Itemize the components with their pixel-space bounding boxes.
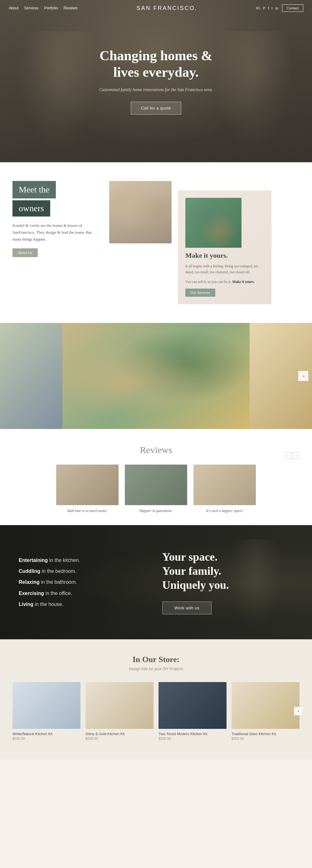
review-caption-3: It's such a happier space!: [193, 509, 256, 513]
store-grid: White/Natural Kitchen Kit $250.00 Shiny …: [12, 682, 300, 740]
twitter-icon[interactable]: t: [272, 6, 273, 10]
portfolio-next-button[interactable]: →: [298, 371, 308, 381]
reviews-nav: ‹ ›: [285, 452, 300, 459]
nav-link-reviews[interactable]: Reviews: [63, 6, 77, 10]
hero-section: Changing homes & lives everyday. Customi…: [0, 0, 312, 162]
portfolio-img-1: [0, 323, 62, 429]
reviews-section: Reviews ‹ › Bath time is so much easier.…: [0, 429, 312, 525]
store-item-name-2: Shiny & Gold Kitchen Kit: [86, 732, 154, 736]
store-item-4[interactable]: Traditional Glam Kitchen Kit $250.00: [231, 682, 300, 740]
about-left: Meet the owners Kendyl & Leslie are the …: [12, 181, 100, 257]
store-item-price-2: $250.00: [86, 737, 154, 740]
reviews-grid: ‹ › Bath time is so much easier. Happier…: [12, 465, 300, 513]
about-us-button[interactable]: About Us: [12, 248, 38, 257]
linkedin-icon[interactable]: in: [275, 6, 278, 10]
make-yours-container: Make it yours. It all begins with a feel…: [178, 190, 272, 304]
meet-heading: Meet the: [12, 181, 56, 198]
facebook-icon[interactable]: f: [268, 6, 269, 10]
about-content-row: Make it yours. It all begins with a feel…: [109, 181, 300, 304]
reviews-title: Reviews: [12, 444, 300, 455]
portfolio-section: →: [0, 323, 312, 429]
cta-line-3: Relaxing in the bathroom.: [19, 577, 150, 588]
review-item-1: Bath time is so much easier.: [56, 465, 119, 513]
store-item-name-3: Two-Toned Modern Kitchen Kit: [158, 732, 226, 736]
cta-right: Your space. Your family. Uniquely you. W…: [162, 550, 293, 614]
store-image-3: [158, 682, 226, 729]
hero-headline: Changing homes & lives everyday.: [99, 48, 213, 81]
portfolio-img-2: [62, 323, 250, 429]
nav-link-services[interactable]: Services: [24, 6, 38, 10]
make-yours-photo: [185, 198, 242, 248]
store-image-2: [86, 682, 154, 729]
make-yours-para2: You can sell it, or you can fix it. Make…: [185, 279, 264, 285]
hero-subtext: Customized family home renovations for t…: [99, 86, 213, 93]
review-image-2: [125, 465, 187, 505]
work-with-us-button[interactable]: Work with us: [162, 601, 212, 614]
review-caption-1: Bath time is so much easier.: [56, 509, 119, 513]
make-yours-para1: It all begins with a feeling. Being too …: [185, 264, 264, 275]
store-next-button[interactable]: ›: [294, 707, 303, 715]
pinterest-icon[interactable]: P: [263, 6, 265, 10]
cta-left: Entertaining in the kitchen. Cuddling in…: [19, 555, 150, 610]
about-body: Kendyl & Leslie are the brains & brawn o…: [12, 222, 100, 243]
store-item-1[interactable]: White/Natural Kitchen Kit $250.00: [12, 682, 81, 740]
store-item-price-1: $250.00: [12, 737, 81, 740]
contact-button[interactable]: Contact: [282, 4, 303, 12]
store-item-3[interactable]: Two-Toned Modern Kitchen Kit $250.00: [158, 682, 226, 740]
reviews-prev-button[interactable]: ‹: [285, 452, 291, 459]
owners-image-inner: [109, 181, 171, 243]
nav-right: IG P f t in Contact: [256, 4, 303, 12]
store-title: In Our Store:: [12, 655, 300, 664]
nav-link-portfolio[interactable]: Portfolio: [44, 6, 58, 10]
social-icons: IG P f t in: [256, 6, 278, 10]
our-services-button[interactable]: Our Services: [185, 289, 215, 297]
cta-line-5: Living in the house.: [19, 599, 150, 610]
owners-heading: owners: [12, 200, 50, 217]
cta-line-2: Cuddling in the bedroom.: [19, 566, 150, 577]
cta-section: Entertaining in the kitchen. Cuddling in…: [0, 525, 312, 639]
navigation: About Services Portfolio Reviews SAN FRA…: [0, 0, 312, 16]
store-section: In Our Store: Design Kits for your DIY P…: [0, 639, 312, 759]
store-image-1: [12, 682, 81, 729]
store-item-name-4: Traditional Glam Kitchen Kit: [231, 732, 300, 736]
nav-links: About Services Portfolio Reviews: [9, 6, 78, 10]
review-image-1: [56, 465, 119, 505]
cta-line-1: Entertaining in the kitchen.: [19, 555, 150, 566]
owners-image: [109, 181, 171, 243]
hero-content: Changing homes & lives everyday. Customi…: [93, 41, 219, 121]
about-section: Meet the owners Kendyl & Leslie are the …: [0, 162, 312, 323]
store-subtitle: Design Kits for your DIY Projects: [12, 667, 300, 671]
nav-brand: SAN FRANCISCO.: [136, 5, 197, 11]
store-item-price-3: $250.00: [158, 737, 226, 740]
make-yours-heading: Make it yours.: [185, 251, 264, 259]
store-item-name-1: White/Natural Kitchen Kit: [12, 732, 81, 736]
cta-quote-button[interactable]: Call for a quote: [131, 102, 181, 115]
reviews-next-button[interactable]: ›: [293, 452, 300, 459]
store-image-4: [231, 682, 300, 729]
review-caption-2: Happier in quarantine.: [125, 509, 187, 513]
review-item-2: Happier in quarantine.: [125, 465, 187, 513]
review-item-3: It's such a happier space!: [193, 465, 256, 513]
instagram-icon[interactable]: IG: [256, 6, 260, 10]
portfolio-strip: [0, 323, 312, 429]
nav-link-about[interactable]: About: [9, 6, 19, 10]
cta-line-4: Exercising in the office.: [19, 588, 150, 599]
review-image-3: [193, 465, 256, 505]
cta-heading: Your space. Your family. Uniquely you.: [162, 550, 293, 592]
store-item-price-4: $250.00: [231, 737, 300, 740]
store-item-2[interactable]: Shiny & Gold Kitchen Kit $250.00: [86, 682, 154, 740]
